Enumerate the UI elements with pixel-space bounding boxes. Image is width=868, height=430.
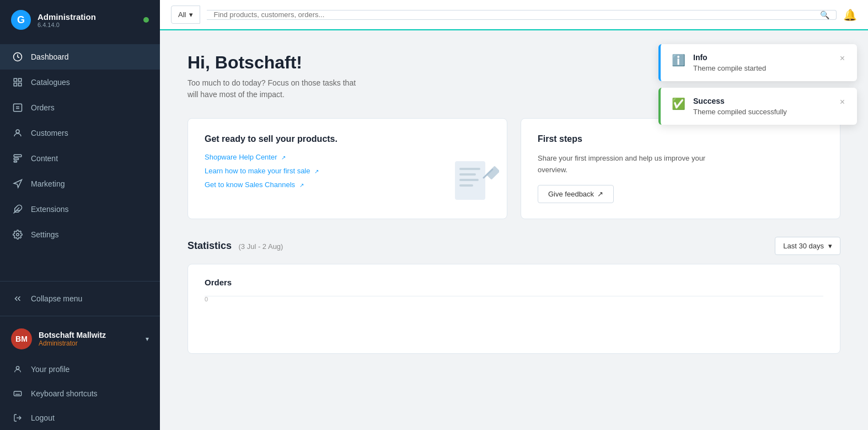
svg-rect-27 — [459, 179, 479, 181]
svg-rect-25 — [459, 168, 480, 170]
card2-subtitle: Share your first impression and help us … — [538, 153, 823, 176]
sidebar-item-label: Content — [31, 154, 58, 163]
svg-rect-1 — [14, 78, 17, 81]
info-icon: ℹ️ — [672, 54, 685, 67]
statistics-title: Statistics — [187, 240, 232, 251]
user-profile-label: Your profile — [31, 365, 69, 374]
sidebar-item-settings[interactable]: Settings — [0, 222, 160, 247]
customers-icon — [12, 128, 23, 139]
search-input-wrap: 🔍 — [207, 10, 837, 20]
keyboard-shortcuts-item[interactable]: Keyboard shortcuts — [0, 381, 160, 406]
keyboard-icon — [12, 388, 23, 399]
extensions-icon — [12, 204, 23, 215]
sidebar-bottom: Collapse menu BM Botschaft Mallwitz Admi… — [0, 272, 160, 430]
sidebar-item-label: Extensions — [31, 205, 68, 214]
user-info: Botschaft Mallwitz Administrator — [39, 331, 139, 347]
svg-rect-3 — [14, 83, 17, 86]
sidebar-header: G Administration 6.4.14.0 — [0, 0, 160, 40]
notifications-container: ℹ️ Info Theme compile started × ✅ Succes… — [658, 44, 857, 125]
info-notification: ℹ️ Info Theme compile started × — [658, 44, 857, 81]
sidebar-divider-2 — [0, 316, 160, 316]
notification-title-2: Success — [693, 97, 831, 105]
orders-chart-title: Orders — [205, 278, 823, 287]
app-title: Administration — [37, 12, 137, 22]
success-notification-close[interactable]: × — [839, 97, 846, 108]
sidebar-item-extensions[interactable]: Extensions — [0, 197, 160, 222]
external-link-icon: ↗ — [299, 182, 304, 188]
date-range-label: Last 30 days — [783, 242, 824, 250]
external-link-icon: ↗ — [314, 168, 319, 174]
svg-rect-5 — [14, 104, 22, 112]
status-dot — [143, 17, 149, 23]
search-icon: 🔍 — [820, 10, 829, 19]
success-notification: ✅ Success Theme compiled successfully × — [658, 88, 857, 125]
app-info: Administration 6.4.14.0 — [37, 12, 137, 28]
success-icon: ✅ — [672, 97, 685, 110]
svg-rect-9 — [14, 155, 22, 157]
search-filter-button[interactable]: All ▾ — [171, 6, 200, 24]
date-range-chevron-icon: ▾ — [828, 242, 832, 250]
collapse-label: Collapse menu — [31, 294, 82, 303]
collapse-icon — [12, 293, 23, 304]
statistics-header: Statistics (3 Jul - 2 Aug) Last 30 days … — [187, 237, 840, 255]
logout-item[interactable]: Logout — [0, 406, 160, 430]
marketing-icon — [12, 178, 23, 189]
date-range-button[interactable]: Last 30 days ▾ — [775, 237, 840, 255]
svg-rect-17 — [14, 391, 21, 396]
settings-icon — [12, 229, 23, 240]
user-section[interactable]: BM Botschaft Mallwitz Administrator ▾ — [0, 321, 160, 357]
notification-message: Theme compile started — [693, 64, 831, 72]
sidebar-item-label: Marketing — [31, 179, 65, 188]
svg-rect-4 — [19, 83, 22, 86]
search-input[interactable] — [213, 10, 820, 19]
card-illustration — [444, 156, 494, 205]
info-notification-close[interactable]: × — [839, 53, 846, 64]
sidebar-item-orders[interactable]: Orders — [0, 95, 160, 120]
sidebar-item-dashboard[interactable]: Dashboard — [0, 44, 160, 70]
profile-icon — [12, 364, 23, 375]
sidebar-item-label: Catalogues — [31, 78, 70, 87]
chart-area: 0 — [205, 296, 823, 340]
sidebar-item-catalogues[interactable]: Catalogues — [0, 70, 160, 95]
sidebar-divider — [0, 281, 160, 282]
sidebar-item-marketing[interactable]: Marketing — [0, 171, 160, 197]
bell-icon[interactable]: 🔔 — [843, 8, 857, 22]
svg-rect-2 — [19, 78, 22, 81]
logout-label: Logout — [31, 413, 55, 422]
svg-rect-10 — [14, 158, 18, 160]
sidebar-nav: Dashboard Catalogues Orders Customers Co… — [0, 40, 160, 272]
chart-line — [205, 296, 823, 296]
give-feedback-button[interactable]: Give feedback ↗ — [538, 185, 614, 203]
sidebar-item-label: Orders — [31, 103, 55, 112]
get-started-card: Get ready to sell your products. Shopwar… — [187, 118, 507, 219]
app-version: 6.4.14.0 — [37, 22, 137, 28]
statistics-title-group: Statistics (3 Jul - 2 Aug) — [187, 240, 283, 252]
catalogues-icon — [12, 77, 23, 88]
content-icon — [12, 153, 23, 164]
svg-marker-12 — [14, 180, 22, 188]
svg-rect-11 — [14, 161, 17, 162]
notification-body-2: Success Theme compiled successfully — [693, 97, 831, 116]
first-steps-card: First steps Share your first impression … — [521, 118, 840, 219]
user-role: Administrator — [39, 339, 139, 347]
sidebar-item-label: Dashboard — [31, 52, 69, 61]
notification-title: Info — [693, 53, 831, 62]
search-filter-chevron: ▾ — [189, 10, 193, 19]
logout-icon — [12, 412, 23, 423]
sidebar-item-customers[interactable]: Customers — [0, 120, 160, 146]
stats-card: Orders 0 — [187, 264, 840, 354]
sidebar: G Administration 6.4.14.0 Dashboard Cata… — [0, 0, 160, 430]
app-logo: G — [11, 10, 31, 30]
collapse-menu-button[interactable]: Collapse menu — [0, 286, 160, 311]
user-menu: Your profile Keyboard shortcuts Logout — [0, 357, 160, 430]
external-link-icon: ↗ — [281, 155, 286, 161]
external-link-icon: ↗ — [597, 190, 603, 198]
user-profile-item[interactable]: Your profile — [0, 357, 160, 381]
chevron-down-icon: ▾ — [146, 335, 149, 343]
sidebar-item-label: Customers — [31, 129, 68, 137]
sidebar-item-content[interactable]: Content — [0, 146, 160, 171]
svg-point-8 — [16, 130, 19, 133]
chart-zero: 0 — [205, 296, 208, 302]
svg-rect-30 — [486, 166, 499, 179]
notification-body: Info Theme compile started — [693, 53, 831, 72]
